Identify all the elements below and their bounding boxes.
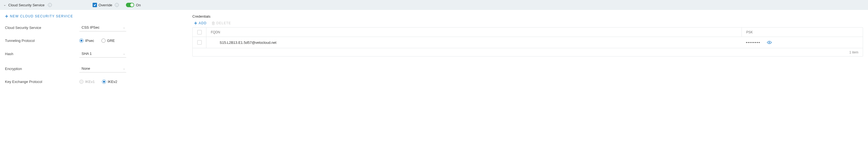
plus-icon (5, 14, 8, 18)
eye-icon[interactable] (767, 41, 772, 44)
override-label: Override (99, 3, 113, 7)
radio-ikev2-label: IKEv2 (108, 80, 117, 84)
plus-icon (194, 22, 197, 25)
hash-select-value: SHA 1 (82, 52, 92, 56)
hash-label: Hash (5, 52, 80, 56)
css-select[interactable]: CSS IPSec ⌄ (80, 24, 126, 31)
toggle-track-icon (126, 3, 134, 7)
encryption-select-value: None (82, 66, 90, 71)
delete-label: DELETE (216, 21, 231, 25)
col-fqdn: FQDN (207, 28, 742, 37)
radio-ikev1: IKEv1 (80, 80, 95, 84)
credentials-panel: Credentials ADD DELETE FQDN PSK (192, 14, 863, 84)
add-label: ADD (199, 21, 207, 25)
radio-ikev1-label: IKEv1 (85, 80, 95, 84)
credentials-title: Credentials (192, 14, 863, 19)
radio-icon (102, 80, 106, 84)
credentials-table: FQDN PSK S15.L2B13.E1.5d57@velocloud.net… (192, 27, 863, 57)
col-psk: PSK (742, 28, 863, 37)
tunneling-label: Tunneling Protocol (5, 39, 80, 43)
row-psk: •••••••• (746, 40, 760, 45)
radio-gre-label: GRE (107, 39, 115, 43)
radio-icon (80, 80, 84, 84)
css-select-value: CSS IPSec (82, 25, 99, 30)
new-css-label: NEW CLOUD SECURITY SERVICE (10, 14, 73, 18)
info-icon[interactable]: i (115, 3, 119, 7)
row-psk-cell: •••••••• (742, 37, 863, 48)
toggle-label: On (136, 3, 141, 7)
trash-icon (212, 22, 215, 25)
new-css-button[interactable]: NEW CLOUD SECURITY SERVICE (5, 14, 73, 18)
radio-ipsec[interactable]: IPsec (80, 39, 94, 43)
toggle-knob-icon (130, 3, 134, 7)
radio-gre[interactable]: GRE (101, 39, 115, 43)
kex-label: Key Exchange Protocol (5, 80, 80, 84)
hash-select[interactable]: SHA 1 ⌄ (80, 50, 126, 58)
settings-panel: NEW CLOUD SECURITY SERVICE Cloud Securit… (5, 14, 181, 84)
radio-icon (80, 39, 84, 43)
radio-ikev2[interactable]: IKEv2 (102, 80, 117, 84)
encryption-select[interactable]: None ⌄ (80, 65, 126, 72)
chevron-down-icon[interactable]: ⌄ (3, 3, 6, 6)
encryption-label: Encryption (5, 67, 80, 71)
row-checkbox[interactable] (197, 40, 202, 45)
select-all-checkbox[interactable] (197, 30, 202, 34)
caret-down-icon: ⌄ (123, 52, 125, 55)
delete-button: DELETE (212, 21, 231, 25)
row-checkbox-cell (193, 37, 207, 48)
radio-ipsec-label: IPsec (85, 39, 94, 43)
enabled-toggle[interactable]: On (126, 3, 141, 7)
radio-icon (101, 39, 105, 43)
caret-down-icon: ⌄ (123, 67, 125, 70)
override-checkbox[interactable] (93, 3, 97, 7)
css-label: Cloud Security Service (5, 26, 80, 30)
row-fqdn: S15.L2B13.E1.5d57@velocloud.net (207, 37, 742, 48)
info-icon[interactable]: i (48, 3, 52, 7)
svg-point-0 (769, 42, 770, 43)
select-all-cell (193, 28, 207, 37)
table-header: FQDN PSK (193, 28, 863, 37)
section-title: Cloud Security Service (8, 3, 44, 7)
section-header: ⌄ Cloud Security Service i Override i On (0, 0, 868, 10)
table-footer: 1 item (193, 48, 863, 56)
caret-down-icon: ⌄ (123, 26, 125, 29)
add-button[interactable]: ADD (194, 21, 207, 25)
table-row: S15.L2B13.E1.5d57@velocloud.net •••••••• (193, 37, 863, 48)
override-group: Override i On (93, 3, 141, 7)
